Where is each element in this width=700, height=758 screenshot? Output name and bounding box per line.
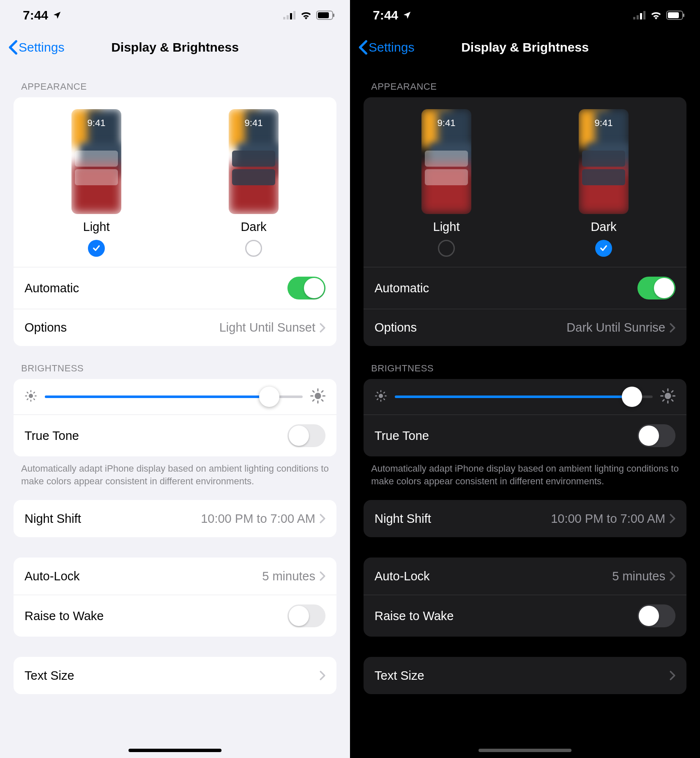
automatic-toggle[interactable] bbox=[287, 277, 325, 299]
truetone-toggle[interactable] bbox=[287, 424, 325, 447]
brightness-group: True Tone bbox=[364, 379, 686, 456]
raisetowake-row: Raise to Wake bbox=[14, 595, 336, 637]
dark-label: Dark bbox=[591, 220, 616, 234]
svg-line-49 bbox=[672, 391, 673, 392]
chevron-right-icon bbox=[320, 323, 325, 333]
raisetowake-toggle[interactable] bbox=[287, 604, 325, 627]
autolock-value: 5 minutes bbox=[612, 569, 665, 583]
chevron-right-icon bbox=[670, 514, 675, 524]
automatic-toggle[interactable] bbox=[637, 277, 675, 299]
truetone-toggle[interactable] bbox=[637, 424, 675, 447]
back-label: Settings bbox=[19, 40, 64, 55]
autolock-row[interactable]: Auto-Lock 5 minutes bbox=[14, 558, 336, 595]
svg-rect-30 bbox=[668, 12, 679, 18]
options-row[interactable]: Options Dark Until Sunrise bbox=[364, 309, 686, 346]
brightness-header: BRIGHTNESS bbox=[0, 346, 350, 379]
autolock-group: Auto-Lock 5 minutes Raise to Wake bbox=[364, 558, 686, 637]
wifi-icon bbox=[300, 11, 312, 19]
svg-rect-25 bbox=[633, 17, 635, 19]
dark-preview: 9:41 bbox=[229, 109, 279, 214]
autolock-label: Auto-Lock bbox=[25, 569, 80, 583]
appearance-header: APPEARANCE bbox=[350, 64, 700, 97]
autolock-value: 5 minutes bbox=[262, 569, 315, 583]
truetone-label: True Tone bbox=[375, 429, 429, 443]
nightshift-group: Night Shift 10:00 PM to 7:00 AM bbox=[364, 500, 686, 537]
appearance-option-light[interactable]: 9:41 Light bbox=[71, 109, 121, 257]
svg-point-16 bbox=[315, 393, 321, 399]
svg-line-39 bbox=[377, 399, 378, 400]
nightshift-label: Night Shift bbox=[25, 512, 81, 526]
svg-line-21 bbox=[313, 391, 314, 392]
appearance-option-light[interactable]: 9:41 Light bbox=[421, 109, 471, 257]
autolock-row[interactable]: Auto-Lock 5 minutes bbox=[364, 558, 686, 595]
svg-line-23 bbox=[313, 400, 314, 401]
chevron-right-icon bbox=[320, 670, 325, 681]
nav-bar: Settings Display & Brightness bbox=[0, 30, 350, 64]
svg-rect-0 bbox=[283, 17, 285, 19]
textsize-row[interactable]: Text Size bbox=[364, 657, 686, 694]
options-value: Dark Until Sunrise bbox=[566, 321, 665, 335]
brightness-slider[interactable] bbox=[45, 395, 303, 398]
home-indicator[interactable] bbox=[129, 749, 221, 752]
sun-min-icon bbox=[375, 390, 387, 404]
light-preview: 9:41 bbox=[71, 109, 121, 214]
automatic-label: Automatic bbox=[25, 281, 79, 295]
nightshift-row[interactable]: Night Shift 10:00 PM to 7:00 AM bbox=[364, 500, 686, 537]
options-row[interactable]: Options Light Until Sunset bbox=[14, 309, 336, 346]
back-button[interactable]: Settings bbox=[358, 40, 414, 55]
svg-line-12 bbox=[27, 392, 28, 393]
textsize-label: Text Size bbox=[375, 669, 424, 683]
location-icon bbox=[402, 11, 412, 20]
appearance-group: 9:41 Light 9:41 Dark Automatic bbox=[14, 97, 336, 346]
wifi-icon bbox=[650, 11, 662, 19]
svg-rect-27 bbox=[640, 13, 642, 19]
svg-line-15 bbox=[34, 392, 35, 393]
dark-preview: 9:41 bbox=[579, 109, 629, 214]
appearance-option-dark[interactable]: 9:41 Dark bbox=[229, 109, 279, 257]
svg-point-32 bbox=[379, 394, 383, 398]
svg-line-37 bbox=[377, 392, 378, 393]
brightness-header: BRIGHTNESS bbox=[350, 346, 700, 379]
svg-line-38 bbox=[384, 399, 385, 400]
battery-icon bbox=[666, 11, 685, 20]
svg-line-47 bbox=[672, 400, 673, 401]
light-label: Light bbox=[433, 220, 460, 234]
light-preview: 9:41 bbox=[421, 109, 471, 214]
light-radio-checked[interactable] bbox=[88, 240, 105, 257]
svg-rect-31 bbox=[683, 14, 684, 17]
back-button[interactable]: Settings bbox=[8, 40, 64, 55]
textsize-group: Text Size bbox=[14, 657, 336, 694]
light-radio-unchecked[interactable] bbox=[438, 240, 455, 257]
options-value: Light Until Sunset bbox=[219, 321, 315, 335]
nightshift-value: 10:00 PM to 7:00 AM bbox=[551, 512, 665, 526]
nav-bar: Settings Display & Brightness bbox=[350, 30, 700, 64]
raisetowake-label: Raise to Wake bbox=[25, 609, 104, 623]
page-title: Display & Brightness bbox=[461, 40, 589, 55]
truetone-note: Automatically adapt iPhone display based… bbox=[0, 456, 350, 487]
svg-line-13 bbox=[34, 399, 35, 400]
options-label: Options bbox=[375, 321, 417, 335]
status-bar: 7:44 bbox=[0, 0, 350, 30]
appearance-option-dark[interactable]: 9:41 Dark bbox=[579, 109, 629, 257]
status-bar: 7:44 bbox=[350, 0, 700, 30]
raisetowake-toggle[interactable] bbox=[637, 604, 675, 627]
brightness-slider[interactable] bbox=[395, 395, 653, 398]
chevron-right-icon bbox=[670, 323, 675, 333]
textsize-row[interactable]: Text Size bbox=[14, 657, 336, 694]
svg-point-7 bbox=[29, 394, 33, 398]
chevron-right-icon bbox=[670, 571, 675, 581]
dark-radio-checked[interactable] bbox=[595, 240, 612, 257]
chevron-right-icon bbox=[320, 571, 325, 581]
appearance-group: 9:41 Light 9:41 Dark Automatic bbox=[364, 97, 686, 346]
nightshift-group: Night Shift 10:00 PM to 7:00 AM bbox=[14, 500, 336, 537]
nightshift-row[interactable]: Night Shift 10:00 PM to 7:00 AM bbox=[14, 500, 336, 537]
truetone-label: True Tone bbox=[25, 429, 79, 443]
home-indicator[interactable] bbox=[479, 749, 571, 752]
svg-point-41 bbox=[665, 393, 671, 399]
location-icon bbox=[52, 11, 62, 20]
dark-radio-unchecked[interactable] bbox=[245, 240, 262, 257]
svg-rect-1 bbox=[287, 15, 289, 19]
truetone-row: True Tone bbox=[14, 415, 336, 456]
automatic-row: Automatic bbox=[14, 267, 336, 309]
svg-rect-28 bbox=[643, 11, 645, 19]
